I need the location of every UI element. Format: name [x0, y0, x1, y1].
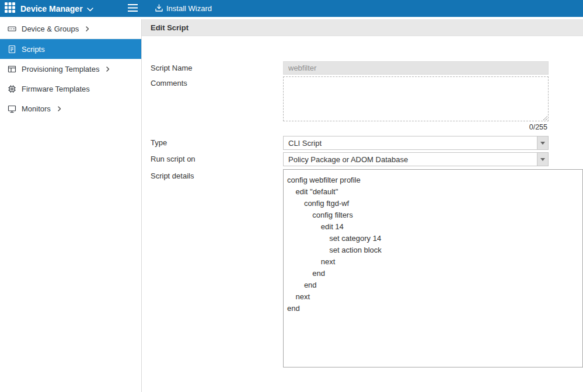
- provisioning-templates-icon: [7, 65, 16, 74]
- script-name-label: Script Name: [151, 61, 283, 72]
- script-details-editor[interactable]: config webfilter profile edit "default" …: [283, 169, 583, 368]
- caret-down-icon: [540, 142, 545, 145]
- scripts-icon: [7, 45, 16, 54]
- install-wizard-button[interactable]: Install Wizard: [155, 0, 212, 17]
- product-title: Device Manager: [20, 4, 83, 13]
- install-wizard-icon: [155, 4, 163, 13]
- edit-script-form: Script Name Comments 0/255 Type C: [142, 36, 583, 368]
- script-details-code: config webfilter profile edit "default" …: [287, 174, 579, 314]
- sidebar-item-device-groups[interactable]: Device & Groups: [0, 19, 141, 39]
- install-wizard-label: Install Wizard: [166, 4, 212, 13]
- main-content: Edit Script Script Name Comments 0/255: [142, 19, 583, 392]
- run-script-on-label: Run script on: [151, 152, 283, 163]
- run-script-on-select-value: Policy Package or ADOM Database: [284, 155, 537, 164]
- sidebar-toggle-button[interactable]: [125, 0, 140, 17]
- sidebar-item-provisioning-templates[interactable]: Provisioning Templates: [0, 59, 141, 79]
- top-navigation-bar: Device Manager Install Wizard: [0, 0, 583, 17]
- run-script-on-dropdown-button[interactable]: [537, 153, 548, 166]
- run-script-on-select[interactable]: Policy Package or ADOM Database: [283, 152, 549, 166]
- type-select-dropdown-button[interactable]: [537, 136, 548, 149]
- app-launcher-button[interactable]: [5, 2, 15, 15]
- script-name-input[interactable]: [283, 61, 549, 75]
- device-groups-icon: [7, 24, 16, 33]
- chevron-right-icon: [86, 26, 89, 32]
- sidebar-item-firmware-templates[interactable]: Firmware Templates: [0, 79, 141, 99]
- sidebar-item-monitors[interactable]: Monitors: [0, 99, 141, 118]
- chevron-down-icon: [87, 4, 93, 13]
- chevron-right-icon: [58, 106, 61, 111]
- firmware-templates-icon: [7, 85, 16, 93]
- sidebar-item-label: Device & Groups: [22, 24, 79, 33]
- app-window: Device Manager Install Wizard: [0, 0, 583, 392]
- sidebar-item-label: Monitors: [22, 104, 51, 113]
- sidebar-item-label: Scripts: [22, 45, 45, 54]
- monitors-icon: [7, 104, 16, 113]
- type-label: Type: [151, 136, 283, 147]
- comments-textarea-wrap: [283, 76, 549, 121]
- sidebar-item-scripts[interactable]: Scripts: [0, 39, 141, 59]
- comments-char-counter: 0/255: [283, 121, 549, 131]
- hamburger-icon: [128, 4, 138, 14]
- grid-logo-icon: [5, 2, 15, 15]
- type-select[interactable]: CLI Script: [283, 136, 549, 150]
- sidebar: Device & Groups Scripts: [0, 19, 142, 392]
- product-menu-button[interactable]: Device Manager: [20, 4, 93, 13]
- comments-label: Comments: [151, 76, 283, 88]
- type-select-value: CLI Script: [284, 139, 537, 148]
- caret-down-icon: [540, 158, 545, 161]
- chevron-right-icon: [106, 66, 110, 72]
- page-title: Edit Script: [142, 19, 583, 36]
- sidebar-item-label: Firmware Templates: [22, 85, 90, 93]
- script-details-label: Script details: [151, 169, 283, 180]
- sidebar-item-label: Provisioning Templates: [22, 65, 99, 74]
- comments-textarea[interactable]: [283, 76, 549, 121]
